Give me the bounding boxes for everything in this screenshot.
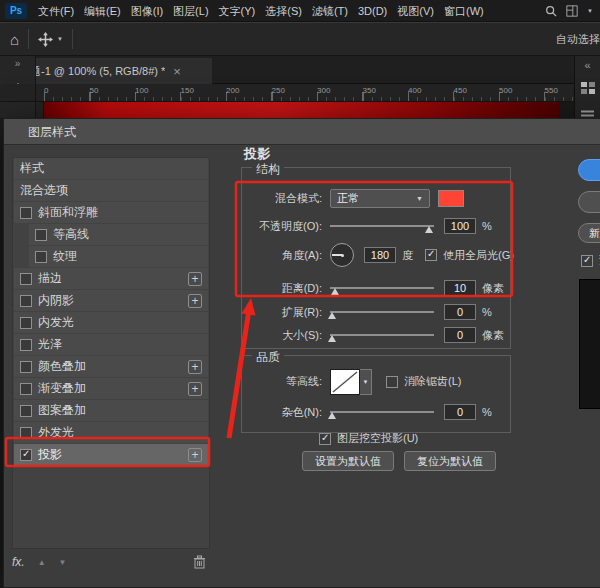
effect-checkbox-inner-shadow[interactable] bbox=[20, 295, 32, 307]
home-icon[interactable]: ⌂ bbox=[10, 31, 19, 48]
blend-mode-select[interactable]: 正常 ▼ bbox=[330, 189, 430, 208]
move-effect-up-icon[interactable]: ▲ bbox=[38, 558, 46, 567]
effect-item-stroke[interactable]: 描边+ bbox=[14, 268, 208, 289]
distance-input[interactable]: 10 bbox=[444, 280, 476, 296]
set-default-button[interactable]: 设置为默认值 bbox=[302, 451, 394, 471]
effect-item-drop-shadow[interactable]: 投影+ bbox=[14, 444, 208, 465]
chevron-down-icon[interactable]: ▼ bbox=[587, 8, 593, 14]
ruler-number: 50 bbox=[90, 86, 99, 95]
angle-dial-center bbox=[341, 254, 344, 257]
structure-group: 结构 混合模式: 正常 ▼ 不透明度(O): 100 % 角度(A): bbox=[241, 167, 511, 349]
move-tool-icon bbox=[38, 32, 53, 47]
dialog-title[interactable]: 图层样式 bbox=[4, 119, 600, 145]
effect-checkbox-contour[interactable] bbox=[35, 229, 47, 241]
distance-slider-handle[interactable] bbox=[331, 288, 339, 295]
antialias-label: 消除锯齿(L) bbox=[404, 374, 461, 389]
opacity-slider[interactable] bbox=[330, 219, 434, 233]
menu-item-0[interactable]: 文件(F) bbox=[33, 0, 79, 22]
add-effect-instance-icon[interactable]: + bbox=[188, 360, 202, 374]
global-light-checkbox[interactable] bbox=[425, 249, 437, 261]
expand-panels-icon[interactable]: « bbox=[584, 59, 590, 71]
spread-input[interactable]: 0 bbox=[444, 304, 476, 320]
noise-input[interactable]: 0 bbox=[444, 404, 476, 420]
noise-slider[interactable] bbox=[330, 405, 434, 419]
size-input[interactable]: 0 bbox=[444, 327, 476, 343]
menu-item-8[interactable]: 视图(V) bbox=[392, 0, 439, 22]
add-effect-instance-icon[interactable]: + bbox=[188, 382, 202, 396]
angle-input[interactable]: 180 bbox=[364, 247, 396, 263]
contour-thumbnail[interactable] bbox=[330, 369, 360, 395]
menubar-right-icons: ▼ bbox=[545, 5, 600, 17]
effect-item-satin[interactable]: 光泽 bbox=[14, 334, 208, 355]
workspace-icon[interactable] bbox=[566, 5, 578, 17]
layer-style-dialog: 图层样式 样式混合选项斜面和浮雕等高线纹理描边+内阴影+内发光光泽颜色叠加+渐变… bbox=[3, 118, 600, 588]
options-bar: ⌂ ▼ 自动选择: bbox=[0, 22, 600, 56]
ruler-number: 0 bbox=[44, 86, 48, 95]
menu-item-4[interactable]: 文字(Y) bbox=[214, 0, 261, 22]
effect-checkbox-bevel-emboss[interactable] bbox=[20, 207, 32, 219]
effect-checkbox-pattern-overlay[interactable] bbox=[20, 405, 32, 417]
menu-item-3[interactable]: 图层(L) bbox=[168, 0, 213, 22]
effect-checkbox-inner-glow[interactable] bbox=[20, 317, 32, 329]
spread-slider-handle[interactable] bbox=[328, 312, 336, 319]
effect-item-outer-glow[interactable]: 外发光 bbox=[14, 422, 208, 443]
angle-dial[interactable] bbox=[330, 243, 354, 267]
menu-item-6[interactable]: 滤镜(T) bbox=[307, 0, 353, 22]
blend-mode-value: 正常 bbox=[337, 191, 359, 206]
effect-checkbox-gradient-overlay[interactable] bbox=[20, 383, 32, 395]
add-effect-instance-icon[interactable]: + bbox=[188, 448, 202, 462]
move-effect-down-icon[interactable]: ▼ bbox=[59, 558, 67, 567]
opacity-slider-handle[interactable] bbox=[425, 226, 433, 233]
toolbar-collapse-icon[interactable]: » bbox=[0, 58, 35, 69]
effect-checkbox-color-overlay[interactable] bbox=[20, 361, 32, 373]
search-icon[interactable] bbox=[545, 5, 557, 17]
swatches-panel-icon[interactable] bbox=[581, 80, 595, 98]
distance-unit: 像素 bbox=[482, 281, 504, 296]
menu-item-2[interactable]: 图像(I) bbox=[126, 0, 168, 22]
effect-checkbox-texture[interactable] bbox=[35, 251, 47, 263]
effect-item-pattern-overlay[interactable]: 图案叠加 bbox=[14, 400, 208, 421]
contour-picker-chevron-icon[interactable]: ▼ bbox=[360, 369, 372, 395]
opacity-input[interactable]: 100 bbox=[444, 218, 476, 234]
spread-unit: % bbox=[482, 306, 492, 318]
close-tab-icon[interactable]: × bbox=[173, 65, 181, 78]
effect-item-texture[interactable]: 纹理 bbox=[29, 246, 208, 267]
knockout-checkbox[interactable] bbox=[319, 433, 331, 445]
canvas-artwork bbox=[44, 102, 560, 118]
effect-item-inner-shadow[interactable]: 内阴影+ bbox=[14, 290, 208, 311]
cancel-button[interactable]: 取消 bbox=[578, 191, 600, 213]
effect-item-gradient-overlay[interactable]: 渐变叠加+ bbox=[14, 378, 208, 399]
auto-select-label[interactable]: 自动选择: bbox=[556, 32, 600, 47]
noise-label: 杂色(N): bbox=[246, 405, 322, 420]
menu-item-5[interactable]: 选择(S) bbox=[260, 0, 307, 22]
menu-item-1[interactable]: 编辑(E) bbox=[79, 0, 126, 22]
noise-slider-handle[interactable] bbox=[328, 412, 336, 419]
delete-effect-icon[interactable] bbox=[193, 555, 206, 569]
effect-item-styles[interactable]: 样式 bbox=[14, 158, 208, 179]
distance-slider[interactable] bbox=[330, 281, 434, 295]
preview-checkbox[interactable] bbox=[581, 255, 593, 267]
effect-item-bevel-emboss[interactable]: 斜面和浮雕 bbox=[14, 202, 208, 223]
ok-button[interactable]: 确定 bbox=[578, 159, 600, 181]
effect-item-contour[interactable]: 等高线 bbox=[29, 224, 208, 245]
effect-checkbox-drop-shadow[interactable] bbox=[20, 449, 32, 461]
move-tool-preset[interactable]: ▼ bbox=[38, 32, 63, 47]
effect-label: 内阴影 bbox=[38, 292, 74, 309]
reset-default-button[interactable]: 复位为默认值 bbox=[404, 451, 496, 471]
antialias-checkbox[interactable] bbox=[386, 376, 398, 388]
effect-checkbox-satin[interactable] bbox=[20, 339, 32, 351]
shadow-color-swatch[interactable] bbox=[438, 190, 464, 207]
effect-item-blending-options[interactable]: 混合选项 bbox=[14, 180, 208, 201]
effect-checkbox-outer-glow[interactable] bbox=[20, 427, 32, 439]
new-style-button[interactable]: 新建样式(W)... bbox=[578, 223, 600, 243]
menu-item-9[interactable]: 窗口(W) bbox=[439, 0, 489, 22]
effect-checkbox-stroke[interactable] bbox=[20, 273, 32, 285]
size-slider[interactable] bbox=[330, 328, 434, 342]
add-effect-instance-icon[interactable]: + bbox=[188, 294, 202, 308]
menu-item-7[interactable]: 3D(D) bbox=[353, 0, 392, 22]
size-slider-handle[interactable] bbox=[328, 335, 336, 342]
add-effect-instance-icon[interactable]: + bbox=[188, 272, 202, 286]
effect-item-color-overlay[interactable]: 颜色叠加+ bbox=[14, 356, 208, 377]
spread-slider[interactable] bbox=[330, 305, 434, 319]
effect-item-inner-glow[interactable]: 内发光 bbox=[14, 312, 208, 333]
